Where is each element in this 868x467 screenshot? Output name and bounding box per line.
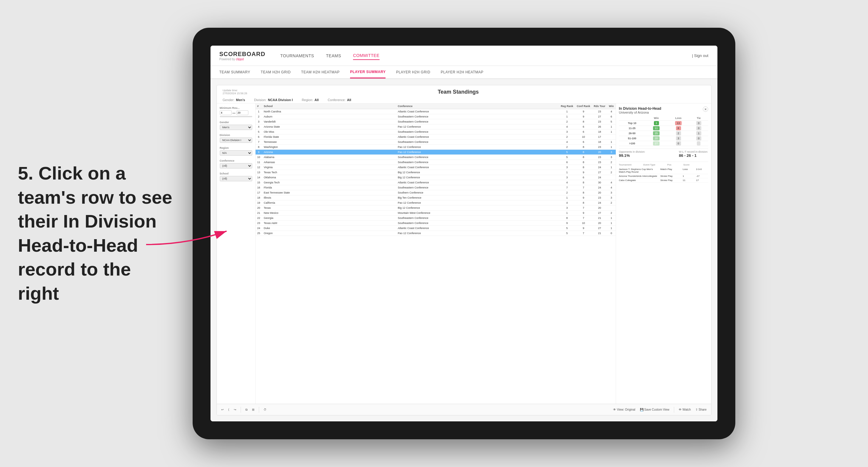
row-num: 17	[255, 190, 262, 195]
table-row[interactable]: 4 Arizona State Pac-12 Conference 4 6 26…	[255, 124, 616, 129]
table-row[interactable]: 18 Illinois Big Ten Conference 1 9 23 3	[255, 195, 616, 200]
table-row[interactable]: 2 Auburn Southeastern Conference 1 9 27 …	[255, 114, 616, 119]
tourn-col-pos: Pos	[667, 163, 672, 166]
division-select[interactable]: NCAA Division I	[220, 137, 252, 143]
undo-button[interactable]: ↩	[221, 408, 224, 411]
tourn-row-3: Cabo Collegiate Stroke Play 11 17	[619, 178, 708, 183]
row-conf-rank: 8	[575, 150, 592, 155]
school-select[interactable]: (All)	[220, 176, 252, 181]
redo-button[interactable]: ↪	[234, 408, 236, 411]
table-row[interactable]: 11 Arkansas Southeastern Conference 6 8 …	[255, 160, 616, 165]
table-row[interactable]: 5 Ole Miss Southeastern Conference 3 6 1…	[255, 129, 616, 134]
table-row[interactable]: 17 East Tennessee State Southern Confere…	[255, 190, 616, 195]
panel-header: Update time: 27/03/2024 15:56:26 Team St…	[217, 85, 711, 97]
sub-nav: TEAM SUMMARY TEAM H2H GRID TEAM H2H HEAT…	[211, 66, 717, 79]
conference-select[interactable]: (All)	[220, 163, 252, 168]
h2h-title: In Division Head-to-Head	[619, 106, 661, 111]
table-row[interactable]: 13 Texas Tech Big 12 Conference 1 9 27 2	[255, 170, 616, 175]
table-row[interactable]: 25 Oregon Pac-12 Conference 5 7 21 0	[255, 231, 616, 236]
row-rds: 18	[592, 129, 607, 134]
h2h-close-button[interactable]: ✕	[703, 106, 708, 112]
table-row[interactable]: 23 Texas A&M Southeastern Conference 9 1…	[255, 221, 616, 226]
sign-out-link[interactable]: | Sign out	[692, 53, 709, 58]
table-row[interactable]: 3 Vanderbilt Southeastern Conference 2 8…	[255, 119, 616, 124]
h2h-col-tie: Tie	[689, 116, 708, 121]
row-school: Alabama	[262, 155, 396, 160]
table-row[interactable]: 7 Tennessee Southeastern Conference 4 6 …	[255, 139, 616, 145]
row-school: East Tennessee State	[262, 190, 396, 195]
min-rounds-input[interactable]	[220, 110, 232, 115]
table-row[interactable]: 16 Florida Southeastern Conference 7 7 2…	[255, 185, 616, 190]
max-rounds-input[interactable]	[237, 110, 248, 115]
table-row[interactable]: 20 Texas Big 12 Conference 3 7 20	[255, 206, 616, 211]
table-row[interactable]: 15 Georgia Tech Atlantic Coast Conferenc…	[255, 180, 616, 185]
table-row[interactable]: 19 California Pac-12 Conference 4 8 24 2	[255, 200, 616, 206]
row-reg-rank: 1	[559, 114, 575, 119]
row-rds: 27	[592, 114, 607, 119]
standings-table: # School Conference Reg Rank Conf Rank R…	[255, 103, 616, 236]
h2h-tie: 0	[689, 121, 708, 126]
table-row[interactable]: 8 Washington Pac-12 Conference 2 8 23 1	[255, 145, 616, 150]
subnav-team-h2h-grid[interactable]: TEAM H2H GRID	[260, 66, 291, 79]
table-row[interactable]: 1 North Carolina Atlantic Coast Conferen…	[255, 109, 616, 114]
row-conf-rank: 9	[575, 195, 592, 200]
gender-section: Gender Men's	[220, 121, 252, 130]
h2h-loss: 8	[667, 126, 689, 131]
row-num: 8	[255, 145, 262, 150]
h2h-header: In Division Head-to-Head University of A…	[619, 106, 708, 114]
table-row[interactable]: 22 Georgia Southeastern Conference 8 7 2…	[255, 216, 616, 221]
nav-tournaments[interactable]: TOURNAMENTS	[280, 52, 314, 60]
row-rds: 26	[592, 124, 607, 129]
h2h-range: 11-25	[619, 126, 646, 131]
row-conf-rank: 9	[575, 226, 592, 231]
table-row[interactable]: 24 Duke Atlantic Coast Conference 5 9 27…	[255, 226, 616, 231]
table-row[interactable]: 21 New Mexico Mountain West Conference 1…	[255, 211, 616, 216]
nav-teams[interactable]: TEAMS	[326, 52, 341, 60]
view-original-button[interactable]: 👁 View: Original	[613, 408, 636, 411]
nav-committee[interactable]: COMMITTEE	[353, 52, 380, 60]
subnav-team-h2h-heatmap[interactable]: TEAM H2H HEATMAP	[301, 66, 340, 79]
row-conf-rank: 9	[575, 109, 592, 114]
subnav-player-h2h-grid[interactable]: PLAYER H2H GRID	[396, 66, 430, 79]
gender-select[interactable]: Men's	[220, 125, 252, 130]
left-sidebar: Minimum Rou... — Gender	[217, 103, 255, 404]
h2h-title-area: In Division Head-to-Head University of A…	[619, 106, 661, 114]
save-custom-button[interactable]: 💾 Save Custom View	[640, 408, 670, 411]
share-button[interactable]: ⇧ Share	[695, 408, 707, 411]
table-row[interactable]: 9 Arizona Pac-12 Conference 5 8 20 3	[255, 150, 616, 155]
clock-button[interactable]: ⏱	[264, 408, 267, 411]
panel-title: Team Standings	[247, 89, 669, 95]
row-conference: Pac-12 Conference	[396, 145, 559, 150]
row-conference: Atlantic Coast Conference	[396, 109, 559, 114]
row-conf-rank: 9	[575, 114, 592, 119]
step-back-button[interactable]: ⟨	[228, 408, 229, 411]
h2h-win: 20	[645, 136, 667, 141]
row-conference: Southeastern Conference	[396, 185, 559, 190]
table-row[interactable]: 14 Oklahoma Big 12 Conference 3 6 24	[255, 175, 616, 180]
row-school: Arizona	[262, 150, 396, 155]
table-row[interactable]: 10 Alabama Southeastern Conference 5 8 2…	[255, 155, 616, 160]
watch-button[interactable]: 👁 Watch	[679, 408, 691, 411]
row-num: 9	[255, 150, 262, 155]
row-reg-rank: 2	[559, 190, 575, 195]
paste-button[interactable]: ⊞	[252, 408, 254, 411]
row-conference: Big 12 Conference	[396, 175, 559, 180]
subnav-player-summary[interactable]: PLAYER SUMMARY	[350, 66, 385, 79]
row-win: 1	[607, 221, 615, 226]
copy-button[interactable]: ⧉	[245, 408, 247, 411]
row-num: 14	[255, 175, 262, 180]
row-reg-rank: 4	[559, 180, 575, 185]
subnav-team-summary[interactable]: TEAM SUMMARY	[219, 66, 250, 79]
region-select[interactable]: N/A	[220, 150, 252, 156]
row-num: 18	[255, 195, 262, 200]
annotation-text: 5. Click on a team's row to see their In…	[18, 161, 173, 306]
subnav-player-h2h-heatmap[interactable]: PLAYER H2H HEATMAP	[441, 66, 483, 79]
table-row[interactable]: 6 Florida State Atlantic Coast Conferenc…	[255, 134, 616, 139]
filter-conference: Conference: All	[328, 98, 351, 102]
table-row[interactable]: 12 Virginia Atlantic Coast Conference 3 …	[255, 165, 616, 170]
row-win: 6	[607, 114, 615, 119]
row-reg-rank: 3	[559, 206, 575, 211]
row-win: 2	[607, 160, 615, 165]
row-school: Illinois	[262, 195, 396, 200]
h2h-row: 11-25 11 8 0	[619, 126, 708, 131]
